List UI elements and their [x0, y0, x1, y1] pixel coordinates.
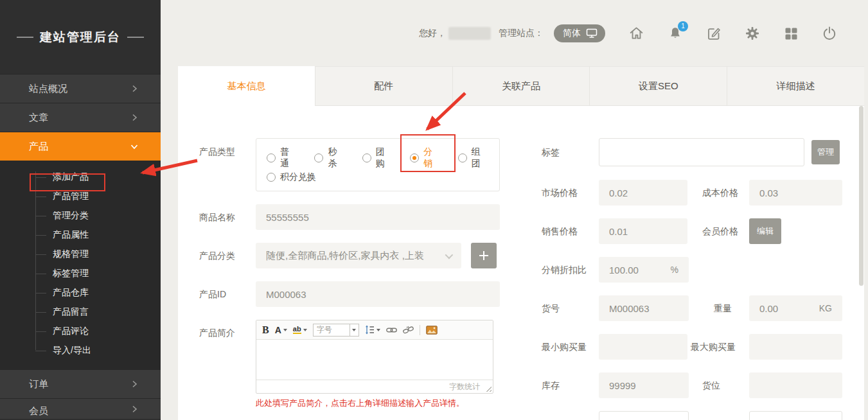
submenu-item-product-attributes[interactable]: 产品属性	[0, 225, 161, 245]
settings-button[interactable]	[745, 26, 760, 41]
min-purchase-input[interactable]	[599, 334, 687, 360]
font-color-button[interactable]: A	[275, 325, 287, 335]
highlight-button[interactable]: ab	[293, 326, 307, 334]
apps-button[interactable]	[783, 26, 799, 41]
image-icon[interactable]	[426, 326, 438, 335]
font-size-select[interactable]: 字号	[313, 324, 359, 337]
product-category-select[interactable]: 随便,全部商品,特价区,家具内衣 ,上装	[256, 243, 461, 268]
item-no-input[interactable]	[599, 295, 689, 321]
product-name-label: 商品名称	[199, 211, 235, 223]
topbar: 您好， 管理站点： 简体 1	[161, 0, 868, 66]
member-price-edit-button[interactable]: 编辑	[749, 218, 781, 244]
resize-grip[interactable]	[484, 385, 492, 392]
submenu-item-label: 产品留言	[53, 306, 89, 318]
tab-related-products[interactable]: 关联产品	[452, 66, 590, 106]
editor-status-bar: 字数统计	[256, 380, 493, 393]
percent-suffix: %	[671, 265, 678, 275]
home-button[interactable]	[628, 25, 644, 41]
stock-input[interactable]	[599, 372, 689, 398]
location-input[interactable]	[749, 372, 842, 398]
radio-icon	[458, 153, 467, 162]
language-button[interactable]: 简体	[554, 24, 605, 42]
product-type-label: 产品类型	[199, 145, 235, 158]
submenu-item-category-management[interactable]: 管理分类	[0, 206, 161, 225]
radio-team[interactable]: 组团	[458, 146, 489, 170]
tab-detailed-description[interactable]: 详细描述	[727, 66, 864, 106]
submenu-item-add-product[interactable]: 添加产品	[0, 168, 161, 187]
radio-normal[interactable]: 普通	[267, 146, 297, 170]
brand-title: 建站管理后台	[40, 29, 121, 46]
submenu-item-label: 管理分类	[53, 210, 89, 222]
logout-button[interactable]	[822, 26, 837, 41]
monitor-icon	[586, 28, 598, 39]
product-id-input[interactable]	[256, 281, 500, 307]
radio-label: 组团	[472, 146, 489, 170]
sidebar-item-products[interactable]: 产品	[0, 132, 161, 161]
market-price-input[interactable]	[599, 180, 687, 206]
tag-label: 标签	[542, 146, 560, 159]
greeting-text: 您好，	[419, 28, 446, 39]
submenu-item-tag-management[interactable]: 标签管理	[0, 264, 161, 283]
distribution-ratio-input[interactable]: 100.00 %	[599, 257, 689, 283]
submenu-item-label: 规格管理	[53, 249, 89, 260]
sidebar-item-site-overview[interactable]: 站点概况	[0, 74, 161, 103]
submenu-item-spec-management[interactable]: 规格管理	[0, 245, 161, 264]
sidebar-item-articles[interactable]: 文章	[0, 103, 161, 132]
tag-manage-button[interactable]: 管理	[811, 140, 840, 164]
cost-price-label: 成本价格	[702, 186, 738, 199]
submenu-item-product-messages[interactable]: 产品留言	[0, 302, 161, 322]
radio-label: 秒杀	[328, 146, 345, 170]
radio-icon	[362, 153, 371, 162]
chevron-down-icon	[283, 329, 287, 331]
chevron-down-icon	[350, 324, 359, 336]
sale-price-input[interactable]	[599, 218, 687, 244]
notifications-button[interactable]: 1	[668, 26, 683, 41]
radio-points-exchange[interactable]: 积分兑换	[267, 171, 316, 183]
weight-input[interactable]: 0.00 KG	[749, 295, 842, 321]
brand: 建站管理后台	[0, 0, 161, 74]
product-intro-label: 产品简介	[199, 326, 235, 339]
add-category-button[interactable]	[471, 243, 497, 268]
max-purchase-input[interactable]	[749, 334, 842, 360]
link-icon[interactable]	[386, 326, 397, 334]
radio-icon	[267, 173, 276, 182]
distribution-ratio-value: 100.00	[609, 265, 639, 276]
distribution-ratio-label: 分销折扣比	[542, 263, 587, 276]
home-icon	[628, 25, 644, 41]
location-label: 货位	[702, 379, 720, 392]
cost-price-input[interactable]	[749, 180, 842, 206]
language-button-label: 简体	[563, 28, 581, 39]
unlink-icon[interactable]	[403, 326, 414, 335]
power-icon	[822, 26, 837, 41]
product-name-input[interactable]	[256, 204, 500, 230]
radio-distribution[interactable]: 分销	[410, 146, 441, 170]
submenu-item-label: 标签管理	[53, 268, 89, 279]
submenu-item-product-management[interactable]: 产品管理	[0, 187, 161, 206]
tab-seo-settings[interactable]: 设置SEO	[589, 66, 727, 106]
sidebar-item-orders[interactable]: 订单	[0, 369, 161, 398]
edit-button[interactable]	[706, 26, 722, 41]
extra-input-left[interactable]	[599, 411, 689, 420]
line-height-button[interactable]	[365, 325, 380, 335]
chevron-down-icon	[445, 250, 454, 259]
intro-note: 此处填写产品简介，点击右上角详细描述输入产品详情。	[256, 398, 465, 409]
bold-button[interactable]: B	[262, 324, 269, 336]
submenu-item-product-reviews[interactable]: 产品评论	[0, 322, 161, 341]
submenu-item-product-warehouse[interactable]: 产品仓库	[0, 283, 161, 302]
radio-group-buy[interactable]: 团购	[362, 146, 393, 170]
chevron-right-icon	[130, 85, 138, 92]
editor-body[interactable]	[256, 340, 493, 380]
extra-input-right[interactable]	[749, 411, 842, 420]
radio-flash-sale[interactable]: 秒杀	[314, 146, 345, 170]
product-category-label: 产品分类	[199, 249, 235, 262]
member-price-label: 会员价格	[702, 225, 738, 238]
submenu-item-import-export[interactable]: 导入/导出	[0, 341, 161, 360]
tab-basic-info[interactable]: 基本信息	[178, 66, 315, 106]
tab-accessories[interactable]: 配件	[315, 66, 452, 106]
sidebar-item-members[interactable]: 会员	[0, 398, 161, 419]
vertical-scrollbar[interactable]	[859, 106, 864, 286]
line-height-icon	[365, 325, 375, 335]
product-id-label: 产品ID	[199, 288, 226, 301]
weight-label: 重量	[714, 302, 732, 315]
tag-input[interactable]	[599, 138, 804, 166]
